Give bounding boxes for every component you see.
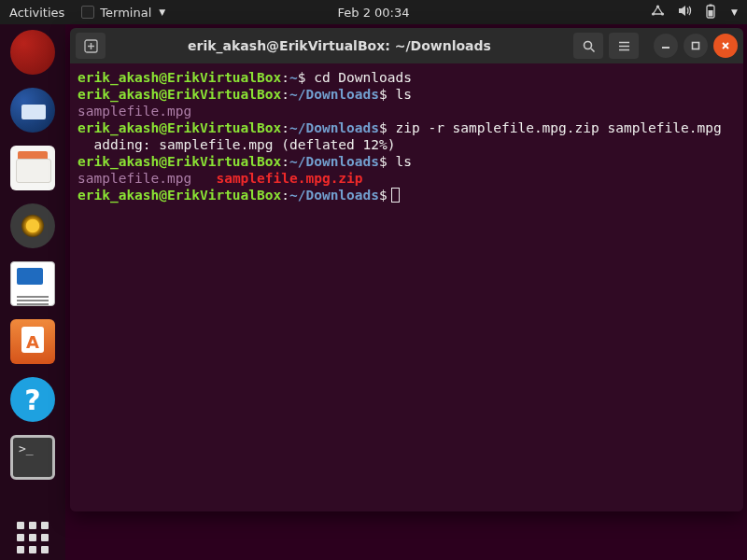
new-tab-button[interactable]	[76, 33, 106, 59]
svg-rect-4	[710, 4, 712, 6]
terminal-body[interactable]: erik_akash@ErikVirtualBox:~$ cd Download…	[70, 63, 743, 511]
dock-help-icon[interactable]: ?	[10, 377, 55, 422]
dock-ubuntu-software-icon[interactable]	[10, 319, 55, 364]
app-menu-terminal[interactable]: Terminal ▼	[81, 6, 165, 20]
minimize-button[interactable]	[654, 34, 678, 58]
cmd-ls-2: ls	[388, 154, 412, 169]
maximize-button[interactable]	[684, 34, 708, 58]
prompt-path: ~	[289, 70, 298, 85]
dock-thunderbird-icon[interactable]	[10, 88, 55, 133]
cmd-ls-1: ls	[388, 87, 412, 102]
ls-output-file: samplefile.mpg	[78, 104, 191, 119]
hamburger-menu-button[interactable]	[609, 33, 639, 59]
terminal-titlebar[interactable]: erik_akash@ErikVirtualBox: ~/Downloads	[70, 28, 743, 63]
close-button[interactable]	[713, 34, 738, 58]
dock-rhythmbox-icon[interactable]	[10, 203, 55, 248]
cmd-cd-downloads: cd Downloads	[305, 70, 412, 85]
prompt-userhost: erik_akash@ErikVirtualBox	[78, 70, 281, 85]
terminal-window: erik_akash@ErikVirtualBox: ~/Downloads e…	[70, 28, 743, 511]
dock-show-applications-icon[interactable]	[10, 515, 55, 560]
activities-button[interactable]: Activities	[9, 6, 64, 20]
terminal-cursor	[391, 188, 400, 203]
dock-files-icon[interactable]	[10, 146, 55, 190]
ls-output-file-2a: samplefile.mpg	[78, 171, 191, 186]
cmd-zip: zip -r samplefile.mpg.zip samplefile.mpg	[388, 120, 722, 135]
search-button[interactable]	[573, 33, 603, 59]
svg-rect-8	[693, 43, 699, 49]
chevron-down-icon: ▼	[159, 7, 165, 17]
network-icon[interactable]	[651, 5, 665, 20]
svg-point-7	[584, 41, 591, 49]
zip-output: adding: samplefile.mpg (deflated 12%)	[78, 137, 395, 152]
ls-output-zip: samplefile.mpg.zip	[216, 171, 362, 186]
clock[interactable]: Feb 2 00:34	[337, 6, 409, 20]
system-menu-chevron-icon[interactable]: ▼	[731, 7, 738, 17]
volume-icon[interactable]	[678, 5, 692, 20]
dock-firefox-icon[interactable]	[10, 30, 55, 75]
svg-rect-5	[709, 10, 713, 17]
dock-libreoffice-writer-icon[interactable]	[10, 261, 55, 306]
gnome-topbar: Activities Terminal ▼ Feb 2 00:34 ▼	[0, 0, 747, 24]
ubuntu-dock: ?	[0, 24, 65, 560]
battery-icon[interactable]	[705, 4, 716, 21]
window-title: erik_akash@ErikVirtualBox: ~/Downloads	[111, 38, 568, 53]
terminal-icon	[81, 6, 94, 19]
dock-terminal-icon[interactable]	[10, 435, 55, 480]
